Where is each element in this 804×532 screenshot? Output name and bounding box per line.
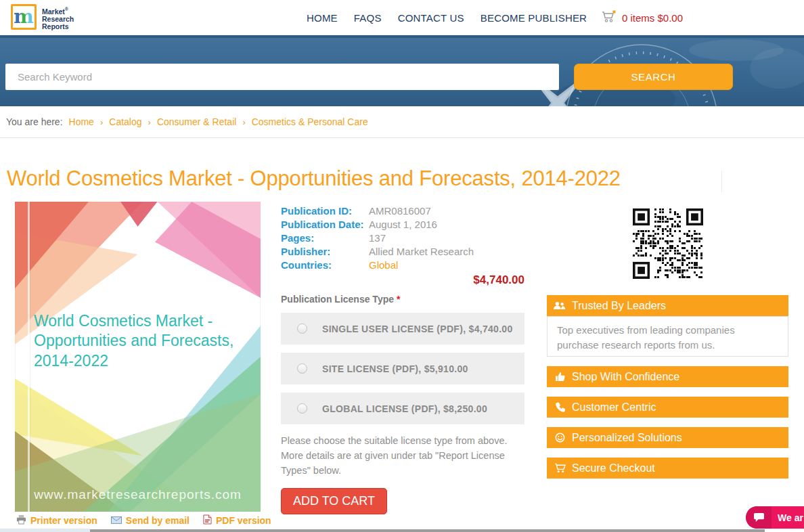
detail-label: Pages: [281,231,369,245]
pdf-version-link[interactable]: PDF version [203,514,271,527]
radio-button[interactable] [297,363,307,374]
printer-version-label: Printer version [30,515,97,526]
cart-summary: 0 items $0.00 [622,12,683,24]
banner-label: Shop With Confidence [572,371,679,383]
search-button[interactable]: SEARCH [574,64,733,90]
add-to-cart-button[interactable]: ADD TO CART [281,488,387,514]
breadcrumb-prefix: You are here: [6,116,63,127]
breadcrumb-link-cosmetics[interactable]: Cosmetics & Personal Care [252,116,368,127]
detail-label: Countries: [281,259,369,272]
pdf-version-label: PDF version [216,515,271,526]
nav-faqs[interactable]: FAQS [354,12,382,24]
thumbs-up-icon [554,372,566,382]
radio-button[interactable] [297,403,307,414]
phone-icon [554,402,566,412]
chat-widget[interactable]: We ar [746,506,804,529]
divider [0,137,804,138]
breadcrumb-link-home[interactable]: Home [69,116,94,127]
logo-line1: Market [42,7,65,16]
page-title: World Cosmetics Market - Opportunities a… [7,167,717,191]
publication-details: Publication ID: AMR0816007 Publication D… [281,204,524,514]
smiley-icon [554,433,566,443]
detail-row: Publisher: Allied Market Research [281,245,524,259]
registered-mark: ® [65,7,68,12]
nav-become-publisher[interactable]: BECOME PUBLISHER [481,12,587,24]
license-note: Please choose the suitable license type … [281,433,523,478]
license-type-label: Publication License Type * [281,294,524,305]
logo-text: Market® Research Reports [42,4,74,30]
qr-code [633,208,703,279]
tab-strip-active[interactable] [0,529,90,532]
banner-trusted-by-leaders: Trusted By Leaders [547,295,788,316]
detail-row: Publication ID: AMR0816007 [281,204,524,218]
printer-icon [16,514,26,527]
logo-line3: Reports [42,23,74,30]
breadcrumb-separator: › [100,117,103,127]
banner-shop-with-confidence: Shop With Confidence [547,366,788,387]
chat-bubble-icon [746,506,772,529]
license-option-label: GLOBAL LICENSE (PDF), $8,250.00 [322,403,487,414]
publisher-name: Allied Market Research [369,245,474,259]
banner-label: Personalized Solutions [572,432,682,444]
publication-date: August 1, 2016 [369,218,437,231]
logo-line2: Research [42,16,74,23]
header: m Market® Research Reports HOME FAQS CON… [0,0,804,35]
title-divider [721,171,722,192]
logo[interactable]: m Market® Research Reports [11,4,74,30]
email-icon [111,515,122,526]
banner-customer-centric: Customer Centric [547,397,788,418]
send-by-email-label: Send by email [126,515,189,526]
cart-icon [601,9,617,26]
cover-title: World Cosmetics Market - Opportunities a… [34,311,237,371]
printer-version-link[interactable]: Printer version [16,514,97,527]
detail-label: Publisher: [281,245,369,259]
nav-contact-us[interactable]: CONTACT US [398,12,464,24]
chat-label: We ar [778,512,803,523]
nav-home[interactable]: HOME [307,12,338,24]
countries-link[interactable]: Global [369,259,398,272]
publication-id: AMR0816007 [369,204,431,218]
price: $4,740.00 [281,273,524,287]
breadcrumb-separator: › [148,117,151,127]
license-option-single-user[interactable]: SINGLE USER LICENSE (PDF), $4,740.00 [281,313,524,345]
info-text: Top executives from leading companies pu… [557,324,735,351]
report-cover-image: World Cosmetics Market - Opportunities a… [15,202,261,512]
tab-strip[interactable] [90,529,765,532]
license-type-text: Publication License Type [281,294,394,305]
main-nav: HOME FAQS CONTACT US BECOME PUBLISHER [307,0,587,35]
send-by-email-link[interactable]: Send by email [111,515,189,526]
trusted-by-leaders-description: Top executives from leading companies pu… [547,316,788,357]
required-asterisk: * [397,294,400,305]
pages-count: 137 [369,231,386,245]
banner-label: Secure Checkout [572,462,655,474]
banner-personalized-solutions: Personalized Solutions [547,427,788,448]
breadcrumb-link-consumer-retail[interactable]: Consumer & Retail [157,116,237,127]
banner-secure-checkout: Secure Checkout [547,458,788,479]
banner-label: Customer Centric [572,401,656,414]
version-links: Printer version Send by email PDF versio… [16,514,271,527]
detail-row: Countries: Global [281,259,524,272]
cart-icon [554,463,566,473]
license-option-label: SITE LICENSE (PDF), $5,910.00 [322,363,468,374]
radio-button[interactable] [297,324,307,334]
license-option-global[interactable]: GLOBAL LICENSE (PDF), $8,250.00 [281,393,524,424]
detail-row: Pages: 137 [281,231,524,245]
breadcrumb-separator: › [242,117,245,127]
breadcrumb-link-catalog[interactable]: Catalog [109,116,141,127]
cover-site-url: www.marketresearchreports.com [15,487,261,502]
hero-banner: SEARCH [0,35,804,106]
cover-spine [28,202,30,512]
cart-button[interactable]: 0 items $0.00 [601,0,683,35]
logo-m-icon: m [11,4,37,30]
license-option-site[interactable]: SITE LICENSE (PDF), $5,910.00 [281,353,524,384]
detail-label: Publication Date: [281,218,369,231]
pdf-icon [203,514,212,527]
detail-row: Publication Date: August 1, 2016 [281,218,524,231]
qr-code-wrapper [547,200,788,282]
detail-label: Publication ID: [281,204,369,218]
users-icon [554,301,566,310]
page: m Market® Research Reports HOME FAQS CON… [0,0,804,532]
sidebar: Trusted By Leaders Top executives from l… [547,200,788,488]
license-option-label: SINGLE USER LICENSE (PDF), $4,740.00 [322,324,513,334]
search-input[interactable] [5,64,559,90]
